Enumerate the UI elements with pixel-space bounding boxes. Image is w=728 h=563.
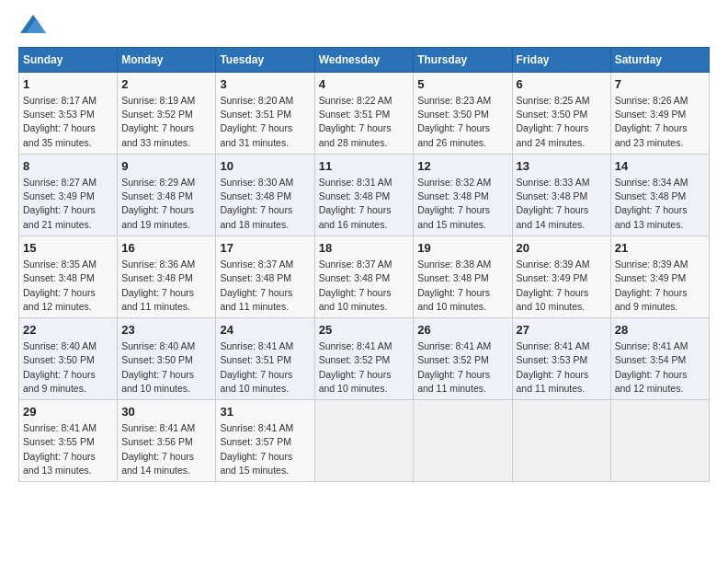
calendar-cell xyxy=(512,400,610,482)
weekday-header-row: SundayMondayTuesdayWednesdayThursdayFrid… xyxy=(19,47,710,72)
day-number: 12 xyxy=(417,158,507,175)
calendar-cell: 13Sunrise: 8:33 AMSunset: 3:48 PMDayligh… xyxy=(512,154,610,236)
day-number: 26 xyxy=(417,322,507,339)
calendar-cell: 27Sunrise: 8:41 AMSunset: 3:53 PMDayligh… xyxy=(512,317,610,399)
day-number: 21 xyxy=(615,240,705,257)
day-number: 16 xyxy=(121,240,211,257)
weekday-header-friday: Friday xyxy=(512,47,610,72)
calendar-week-row: 22Sunrise: 8:40 AMSunset: 3:50 PMDayligh… xyxy=(19,317,710,399)
day-detail: Sunrise: 8:41 AMSunset: 3:57 PMDaylight:… xyxy=(220,421,310,477)
day-detail: Sunrise: 8:41 AMSunset: 3:51 PMDaylight:… xyxy=(220,339,310,396)
calendar-cell: 16Sunrise: 8:36 AMSunset: 3:48 PMDayligh… xyxy=(118,236,216,317)
calendar-cell: 26Sunrise: 8:41 AMSunset: 3:52 PMDayligh… xyxy=(414,317,512,399)
day-detail: Sunrise: 8:37 AMSunset: 3:48 PMDaylight:… xyxy=(220,258,310,314)
calendar-cell: 21Sunrise: 8:39 AMSunset: 3:49 PMDayligh… xyxy=(610,236,709,317)
day-number: 4 xyxy=(319,76,410,93)
day-detail: Sunrise: 8:26 AMSunset: 3:49 PMDaylight:… xyxy=(615,94,705,150)
weekday-header-thursday: Thursday xyxy=(414,47,512,72)
day-number: 24 xyxy=(220,322,310,339)
day-number: 18 xyxy=(319,240,410,257)
day-detail: Sunrise: 8:39 AMSunset: 3:49 PMDaylight:… xyxy=(517,258,607,314)
calendar-cell: 1Sunrise: 8:17 AMSunset: 3:53 PMDaylight… xyxy=(19,72,118,154)
day-number: 2 xyxy=(121,76,211,93)
calendar-cell: 31Sunrise: 8:41 AMSunset: 3:57 PMDayligh… xyxy=(216,400,314,482)
day-number: 20 xyxy=(517,240,607,257)
calendar-cell: 9Sunrise: 8:29 AMSunset: 3:48 PMDaylight… xyxy=(118,154,216,236)
calendar-cell: 3Sunrise: 8:20 AMSunset: 3:51 PMDaylight… xyxy=(216,72,314,154)
calendar-cell: 10Sunrise: 8:30 AMSunset: 3:48 PMDayligh… xyxy=(216,154,314,236)
calendar-cell: 19Sunrise: 8:38 AMSunset: 3:48 PMDayligh… xyxy=(414,236,512,317)
day-detail: Sunrise: 8:41 AMSunset: 3:52 PMDaylight:… xyxy=(319,339,410,396)
calendar-cell: 24Sunrise: 8:41 AMSunset: 3:51 PMDayligh… xyxy=(216,317,314,399)
day-detail: Sunrise: 8:41 AMSunset: 3:56 PMDaylight:… xyxy=(121,421,211,477)
day-detail: Sunrise: 8:35 AMSunset: 3:48 PMDaylight:… xyxy=(23,258,113,314)
day-number: 6 xyxy=(517,76,607,93)
day-number: 19 xyxy=(417,240,507,257)
day-number: 3 xyxy=(220,76,310,93)
calendar-cell xyxy=(610,400,709,482)
logo xyxy=(18,15,46,38)
day-detail: Sunrise: 8:31 AMSunset: 3:48 PMDaylight:… xyxy=(319,176,410,232)
day-detail: Sunrise: 8:40 AMSunset: 3:50 PMDaylight:… xyxy=(23,339,113,396)
calendar-cell: 30Sunrise: 8:41 AMSunset: 3:56 PMDayligh… xyxy=(118,400,216,482)
day-number: 5 xyxy=(417,76,507,93)
calendar-week-row: 1Sunrise: 8:17 AMSunset: 3:53 PMDaylight… xyxy=(19,72,710,154)
day-number: 28 xyxy=(615,322,705,339)
day-number: 30 xyxy=(121,404,211,420)
calendar-week-row: 15Sunrise: 8:35 AMSunset: 3:48 PMDayligh… xyxy=(19,236,710,317)
calendar-cell: 6Sunrise: 8:25 AMSunset: 3:50 PMDaylight… xyxy=(512,72,610,154)
day-detail: Sunrise: 8:20 AMSunset: 3:51 PMDaylight:… xyxy=(220,94,310,150)
day-detail: Sunrise: 8:17 AMSunset: 3:53 PMDaylight:… xyxy=(23,94,113,150)
day-number: 13 xyxy=(517,158,607,175)
day-detail: Sunrise: 8:41 AMSunset: 3:53 PMDaylight:… xyxy=(517,339,607,396)
calendar-cell: 7Sunrise: 8:26 AMSunset: 3:49 PMDaylight… xyxy=(610,72,709,154)
weekday-header-sunday: Sunday xyxy=(19,47,118,72)
day-detail: Sunrise: 8:23 AMSunset: 3:50 PMDaylight:… xyxy=(417,94,507,150)
day-detail: Sunrise: 8:33 AMSunset: 3:48 PMDaylight:… xyxy=(517,176,607,232)
calendar-cell: 25Sunrise: 8:41 AMSunset: 3:52 PMDayligh… xyxy=(314,317,414,399)
calendar-cell: 14Sunrise: 8:34 AMSunset: 3:48 PMDayligh… xyxy=(610,154,709,236)
day-number: 25 xyxy=(319,322,410,339)
calendar-cell: 15Sunrise: 8:35 AMSunset: 3:48 PMDayligh… xyxy=(19,236,118,317)
day-detail: Sunrise: 8:38 AMSunset: 3:48 PMDaylight:… xyxy=(417,258,507,314)
day-number: 7 xyxy=(615,76,705,93)
calendar-cell: 8Sunrise: 8:27 AMSunset: 3:49 PMDaylight… xyxy=(19,154,118,236)
day-detail: Sunrise: 8:34 AMSunset: 3:48 PMDaylight:… xyxy=(615,176,705,232)
day-number: 27 xyxy=(517,322,607,339)
day-detail: Sunrise: 8:29 AMSunset: 3:48 PMDaylight:… xyxy=(121,176,211,232)
logo-icon xyxy=(20,15,46,33)
calendar-cell: 17Sunrise: 8:37 AMSunset: 3:48 PMDayligh… xyxy=(216,236,314,317)
day-detail: Sunrise: 8:30 AMSunset: 3:48 PMDaylight:… xyxy=(220,176,310,232)
day-detail: Sunrise: 8:40 AMSunset: 3:50 PMDaylight:… xyxy=(121,339,211,396)
calendar-week-row: 29Sunrise: 8:41 AMSunset: 3:55 PMDayligh… xyxy=(19,400,710,482)
weekday-header-saturday: Saturday xyxy=(610,47,709,72)
day-detail: Sunrise: 8:27 AMSunset: 3:49 PMDaylight:… xyxy=(23,176,113,232)
day-number: 31 xyxy=(220,404,310,420)
day-detail: Sunrise: 8:25 AMSunset: 3:50 PMDaylight:… xyxy=(517,94,607,150)
calendar-cell: 20Sunrise: 8:39 AMSunset: 3:49 PMDayligh… xyxy=(512,236,610,317)
calendar-cell: 11Sunrise: 8:31 AMSunset: 3:48 PMDayligh… xyxy=(314,154,414,236)
calendar-week-row: 8Sunrise: 8:27 AMSunset: 3:49 PMDaylight… xyxy=(19,154,710,236)
day-detail: Sunrise: 8:32 AMSunset: 3:48 PMDaylight:… xyxy=(417,176,507,232)
day-detail: Sunrise: 8:39 AMSunset: 3:49 PMDaylight:… xyxy=(615,258,705,314)
day-number: 8 xyxy=(23,158,113,175)
calendar-cell: 28Sunrise: 8:41 AMSunset: 3:54 PMDayligh… xyxy=(610,317,709,399)
day-detail: Sunrise: 8:36 AMSunset: 3:48 PMDaylight:… xyxy=(121,258,211,314)
calendar-cell: 29Sunrise: 8:41 AMSunset: 3:55 PMDayligh… xyxy=(19,400,118,482)
day-number: 11 xyxy=(319,158,410,175)
day-detail: Sunrise: 8:37 AMSunset: 3:48 PMDaylight:… xyxy=(319,258,410,314)
calendar-cell: 4Sunrise: 8:22 AMSunset: 3:51 PMDaylight… xyxy=(314,72,414,154)
day-detail: Sunrise: 8:41 AMSunset: 3:52 PMDaylight:… xyxy=(417,339,507,396)
day-number: 29 xyxy=(23,404,113,420)
day-number: 23 xyxy=(121,322,211,339)
calendar-cell: 5Sunrise: 8:23 AMSunset: 3:50 PMDaylight… xyxy=(414,72,512,154)
calendar-table: SundayMondayTuesdayWednesdayThursdayFrid… xyxy=(18,47,710,482)
calendar-cell: 18Sunrise: 8:37 AMSunset: 3:48 PMDayligh… xyxy=(314,236,414,317)
day-number: 10 xyxy=(220,158,310,175)
calendar-cell xyxy=(414,400,512,482)
calendar-cell xyxy=(314,400,414,482)
day-number: 17 xyxy=(220,240,310,257)
calendar-cell: 22Sunrise: 8:40 AMSunset: 3:50 PMDayligh… xyxy=(19,317,118,399)
day-number: 1 xyxy=(23,76,113,93)
day-number: 15 xyxy=(23,240,113,257)
